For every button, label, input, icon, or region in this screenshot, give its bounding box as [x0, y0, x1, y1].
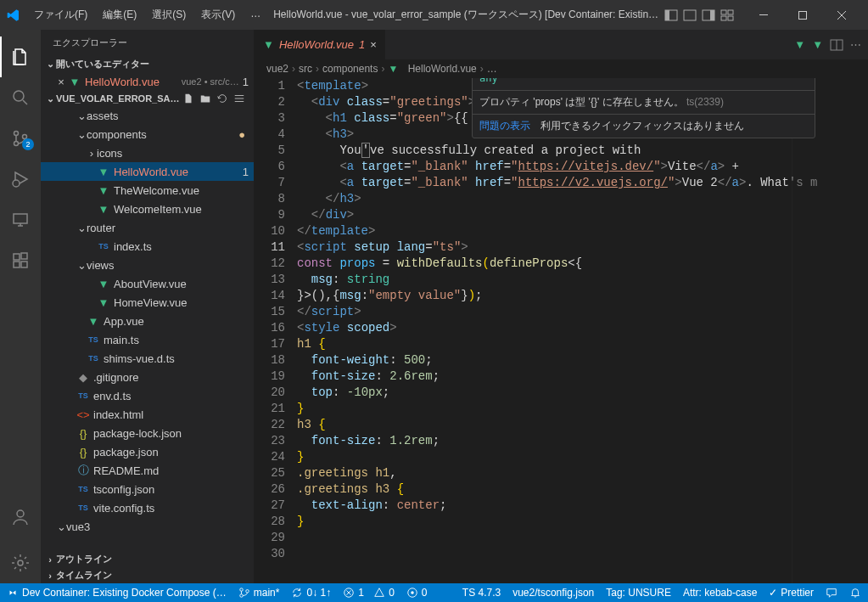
hover-msg: プロパティ 'props' は型 '{}' に存在しません。 ts(2339)	[473, 90, 815, 114]
outline-header[interactable]: ›アウトライン	[41, 551, 254, 567]
status-bell-icon[interactable]	[849, 587, 861, 599]
status-ts[interactable]: TS 4.7.3	[462, 587, 501, 599]
file-tree: ⌄assets⌄components●›icons▼HelloWorld.vue…	[41, 106, 254, 551]
menu-file[interactable]: ファイル(F)	[27, 4, 94, 25]
svg-rect-4	[710, 10, 714, 20]
vue-icon-2[interactable]: ▼	[812, 38, 823, 51]
activity-account[interactable]	[0, 497, 41, 537]
collapse-icon[interactable]	[233, 93, 245, 104]
activity-remote[interactable]	[0, 200, 41, 240]
close-icon[interactable]: ×	[370, 38, 377, 51]
activity-settings[interactable]	[0, 543, 41, 583]
tree-item-tsconfig-json[interactable]: TStsconfig.json	[41, 480, 254, 498]
tree-item-package-json[interactable]: {}package.json	[41, 442, 254, 461]
hover-popup: any プロパティ 'props' は型 '{}' に存在しません。 ts(23…	[472, 78, 815, 138]
status-ports[interactable]: 0	[406, 587, 428, 599]
hover-view-problem[interactable]: 問題の表示	[479, 120, 530, 132]
svg-point-22	[18, 560, 23, 565]
tree-item-components[interactable]: ⌄components●	[41, 125, 254, 143]
svg-rect-2	[684, 10, 696, 20]
close-button[interactable]	[822, 0, 861, 30]
status-sync[interactable]: 0↓ 1↑	[291, 587, 331, 599]
svg-rect-17	[14, 254, 20, 260]
layout-bottom-icon[interactable]	[683, 8, 697, 22]
tree-item-icons[interactable]: ›icons	[41, 143, 254, 162]
code-editor[interactable]: 1234567891011121314151617181920212223242…	[255, 78, 868, 583]
svg-rect-6	[728, 10, 733, 14]
minimap[interactable]	[792, 78, 868, 583]
menu-view[interactable]: 表示(V)	[194, 4, 242, 25]
tree-item--gitignore[interactable]: ◆.gitignore	[41, 368, 254, 386]
layout-right-icon[interactable]	[702, 8, 715, 22]
breadcrumbs[interactable]: vue2› src› components› ▼ HelloWorld.vue›…	[255, 59, 868, 78]
tree-item-vue3[interactable]: ⌄vue3	[41, 517, 254, 536]
activity-search[interactable]	[0, 77, 41, 118]
tree-item-TheWelcome-vue[interactable]: ▼TheWelcome.vue	[41, 181, 254, 200]
menu-selection[interactable]: 選択(S)	[145, 4, 193, 25]
editor-tabs: ▼ HelloWorld.vue 1 × ▼ ▼ ⋯	[255, 30, 868, 59]
tree-item-shims-vue-d-ts[interactable]: TSshims-vue.d.ts	[41, 349, 254, 368]
new-folder-icon[interactable]	[199, 93, 211, 104]
workspace-header[interactable]: ⌄VUE_VOLAR_ERROR_SA…	[41, 91, 254, 106]
tree-item-HomeView-vue[interactable]: ▼HomeView.vue	[41, 293, 254, 312]
svg-point-26	[240, 594, 244, 598]
vscode-icon	[7, 8, 20, 22]
svg-rect-19	[21, 262, 27, 267]
tree-item-views[interactable]: ⌄views	[41, 256, 254, 274]
svg-point-13	[14, 142, 19, 146]
editor-area: ▼ HelloWorld.vue 1 × ▼ ▼ ⋯ vue2› src› co…	[255, 30, 868, 583]
vue-icon[interactable]: ▼	[794, 38, 805, 51]
minimize-button[interactable]	[744, 0, 783, 30]
scm-badge: 2	[22, 138, 34, 150]
status-tag[interactable]: Tag: UNSURE	[606, 587, 671, 599]
tree-item-router[interactable]: ⌄router	[41, 218, 254, 237]
status-prettier[interactable]: ✓ Prettier	[769, 587, 814, 599]
status-tsconfig[interactable]: vue2/tsconfig.json	[512, 587, 594, 599]
svg-point-12	[14, 132, 19, 136]
menu-edit[interactable]: 編集(E)	[96, 4, 143, 25]
window-title: HelloWorld.vue - vue_volar_error_sample …	[267, 8, 664, 22]
status-branch[interactable]: main*	[238, 587, 280, 599]
timeline-header[interactable]: ›タイムライン	[41, 567, 254, 583]
svg-rect-8	[728, 16, 733, 20]
layout-left-icon[interactable]	[664, 8, 678, 22]
status-feedback-icon[interactable]	[826, 587, 837, 599]
tree-item-AboutView-vue[interactable]: ▼AboutView.vue	[41, 274, 254, 293]
tree-item-vite-config-ts[interactable]: TSvite.config.ts	[41, 498, 254, 517]
refresh-icon[interactable]	[216, 93, 228, 104]
tree-item-package-lock-json[interactable]: {}package-lock.json	[41, 424, 254, 442]
split-icon[interactable]	[830, 38, 843, 52]
tree-item-main-ts[interactable]: TSmain.ts	[41, 330, 254, 349]
svg-point-27	[246, 590, 249, 594]
more-icon[interactable]: ⋯	[850, 38, 861, 51]
menu-more[interactable]: …	[244, 4, 267, 25]
open-editor-item[interactable]: × ▼ HelloWorld.vue vue2 • src/c… 1	[41, 72, 254, 91]
activity-bar: 2	[0, 30, 41, 583]
activity-explorer[interactable]	[0, 37, 41, 77]
tree-item-HelloWorld-vue[interactable]: ▼HelloWorld.vue1	[41, 162, 254, 181]
svg-point-11	[14, 91, 24, 101]
tree-item-App-vue[interactable]: ▼App.vue	[41, 312, 254, 330]
status-attr[interactable]: Attr: kebab-case	[683, 587, 757, 599]
tree-item-index-ts[interactable]: TSindex.ts	[41, 237, 254, 256]
activity-extensions[interactable]	[0, 240, 41, 281]
sidebar: エクスプローラー ⌄開いているエディター × ▼ HelloWorld.vue …	[41, 30, 255, 583]
tree-item-env-d-ts[interactable]: TSenv.d.ts	[41, 386, 254, 405]
activity-scm[interactable]: 2	[0, 118, 41, 159]
title-bar: ファイル(F) 編集(E) 選択(S) 表示(V) … HelloWorld.v…	[0, 0, 868, 30]
new-file-icon[interactable]	[182, 93, 194, 104]
layout-customize-icon[interactable]	[720, 8, 734, 22]
tree-item-index-html[interactable]: <>index.html	[41, 405, 254, 424]
sidebar-title: エクスプローラー	[41, 30, 254, 56]
open-editors-header[interactable]: ⌄開いているエディター	[41, 56, 254, 72]
svg-point-30	[411, 591, 414, 594]
status-problems[interactable]: 1 0	[343, 587, 395, 599]
maximize-button[interactable]	[783, 0, 822, 30]
svg-rect-9	[759, 14, 768, 15]
activity-debug[interactable]	[0, 159, 41, 200]
tree-item-README-md[interactable]: ⓘREADME.md	[41, 461, 254, 480]
tree-item-assets[interactable]: ⌄assets	[41, 106, 254, 125]
tab-helloworld[interactable]: ▼ HelloWorld.vue 1 ×	[255, 30, 386, 59]
tree-item-WelcomeItem-vue[interactable]: ▼WelcomeItem.vue	[41, 200, 254, 218]
status-remote[interactable]: Dev Container: Existing Docker Compose (…	[7, 587, 227, 599]
